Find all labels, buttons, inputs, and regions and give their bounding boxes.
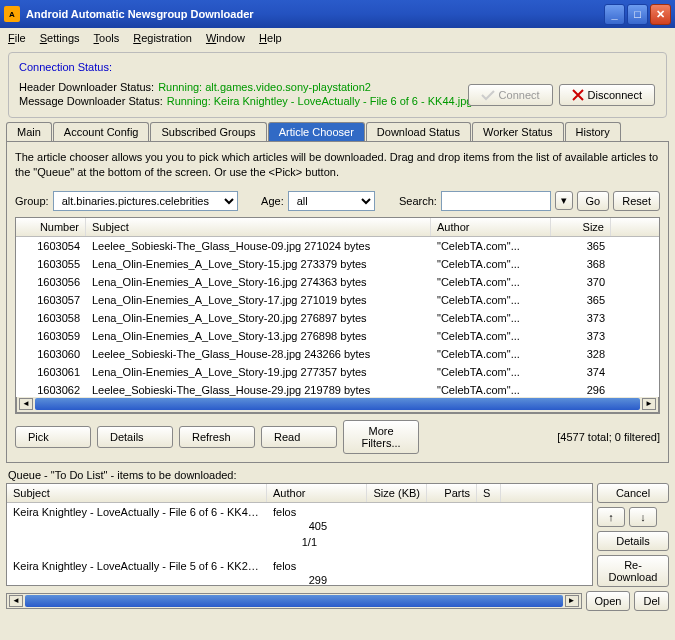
qcol-s[interactable]: S [477, 484, 501, 502]
queue-title: Queue - "To Do List" - items to be downl… [8, 469, 667, 481]
move-up-button[interactable]: ↑ [597, 507, 625, 527]
menu-window[interactable]: Window [206, 32, 245, 44]
table-row[interactable]: 1603056Lena_Olin-Enemies_A_Love_Story-16… [16, 273, 659, 291]
table-row[interactable]: 1603054Leelee_Sobieski-The_Glass_House-0… [16, 237, 659, 255]
col-size[interactable]: Size [551, 218, 611, 236]
scroll-right-icon[interactable]: ► [642, 398, 656, 410]
message-downloader-value: Running: Keira Knightley - LoveActually … [167, 95, 473, 107]
tab-article-chooser[interactable]: Article Chooser [268, 122, 365, 141]
table-row[interactable]: 1603055Lena_Olin-Enemies_A_Love_Story-15… [16, 255, 659, 273]
article-chooser-panel: The article chooser allows you you to pi… [6, 142, 669, 463]
table-row[interactable]: 1603062Leelee_Sobieski-The_Glass_House-2… [16, 381, 659, 397]
move-down-button[interactable]: ↓ [629, 507, 657, 527]
table-row[interactable]: 1603060Leelee_Sobieski-The_Glass_House-2… [16, 345, 659, 363]
scroll-right-icon[interactable]: ► [565, 595, 579, 607]
help-text: The article chooser allows you you to pi… [15, 150, 660, 181]
scroll-left-icon[interactable]: ◄ [9, 595, 23, 607]
scroll-left-icon[interactable]: ◄ [19, 398, 33, 410]
close-button[interactable]: ✕ [650, 4, 671, 25]
maximize-button[interactable]: □ [627, 4, 648, 25]
col-number[interactable]: Number [16, 218, 86, 236]
menu-registration[interactable]: Registration [133, 32, 192, 44]
go-button[interactable]: Go [577, 191, 610, 211]
connect-button[interactable]: Connect [468, 84, 553, 106]
x-icon [572, 89, 584, 101]
menu-tools[interactable]: Tools [94, 32, 120, 44]
details-button[interactable]: Details [97, 426, 173, 448]
qcol-subject[interactable]: Subject [7, 484, 267, 502]
search-label: Search: [399, 195, 437, 207]
connection-status-title: Connection Status: [19, 61, 656, 73]
table-row[interactable]: 1603061Lena_Olin-Enemies_A_Love_Story-19… [16, 363, 659, 381]
redownload-button[interactable]: Re-Download [597, 555, 669, 587]
queue-table: Subject Author Size (KB) Parts S Keira K… [6, 483, 593, 586]
tab-account-config[interactable]: Account Config [53, 122, 150, 141]
group-label: Group: [15, 195, 49, 207]
read-button[interactable]: Read [261, 426, 337, 448]
col-subject[interactable]: Subject [86, 218, 431, 236]
menubar: File Settings Tools Registration Window … [0, 28, 675, 48]
menu-file[interactable]: File [8, 32, 26, 44]
header-downloader-label: Header Downloader Status: [19, 81, 154, 93]
tab-worker-status[interactable]: Worker Status [472, 122, 564, 141]
tab-download-status[interactable]: Download Status [366, 122, 471, 141]
refresh-button[interactable]: Refresh [179, 426, 255, 448]
search-input[interactable] [441, 191, 551, 211]
tab-subscribed-groups[interactable]: Subscribed Groups [150, 122, 266, 141]
table-row[interactable]: 1603059Lena_Olin-Enemies_A_Love_Story-13… [16, 327, 659, 345]
pick-button[interactable]: Pick [15, 426, 91, 448]
minimize-button[interactable]: _ [604, 4, 625, 25]
del-button[interactable]: Del [634, 591, 669, 611]
qcol-size[interactable]: Size (KB) [367, 484, 427, 502]
qcol-parts[interactable]: Parts [427, 484, 477, 502]
tabs: MainAccount ConfigSubscribed GroupsArtic… [6, 122, 669, 142]
message-downloader-label: Message Downloader Status: [19, 95, 163, 107]
col-author[interactable]: Author [431, 218, 551, 236]
qcol-author[interactable]: Author [267, 484, 367, 502]
articles-hscrollbar[interactable]: ◄ ► [16, 397, 659, 413]
reset-button[interactable]: Reset [613, 191, 660, 211]
menu-help[interactable]: Help [259, 32, 282, 44]
cancel-button[interactable]: Cancel [597, 483, 669, 503]
table-row[interactable]: 1603057Lena_Olin-Enemies_A_Love_Story-17… [16, 291, 659, 309]
window-title: Android Automatic Newsgroup Downloader [26, 8, 604, 20]
open-button[interactable]: Open [586, 591, 631, 611]
articles-table: Number Subject Author Size 1603054Leelee… [15, 217, 660, 414]
more-filters--button[interactable]: More Filters... [343, 420, 419, 454]
tab-main[interactable]: Main [6, 122, 52, 141]
titlebar: A Android Automatic Newsgroup Downloader… [0, 0, 675, 28]
total-filtered-text: [4577 total; 0 filtered] [557, 431, 660, 443]
check-icon [481, 89, 495, 101]
app-icon: A [4, 6, 20, 22]
age-combo[interactable]: all [288, 191, 376, 211]
list-item[interactable]: Keira Knightley - LoveActually - File 6 … [7, 503, 592, 557]
queue-hscrollbar[interactable]: ◄ ► [6, 593, 582, 609]
list-item[interactable]: Keira Knightley - LoveActually - File 5 … [7, 557, 592, 585]
queue-details-button[interactable]: Details [597, 531, 669, 551]
tab-history[interactable]: History [565, 122, 621, 141]
disconnect-button[interactable]: Disconnect [559, 84, 655, 106]
group-combo[interactable]: alt.binaries.pictures.celebrities [53, 191, 238, 211]
menu-settings[interactable]: Settings [40, 32, 80, 44]
table-row[interactable]: 1603058Lena_Olin-Enemies_A_Love_Story-20… [16, 309, 659, 327]
header-downloader-value: Running: alt.games.video.sony-playstatio… [158, 81, 371, 93]
search-dropdown-button[interactable]: ▾ [555, 191, 573, 210]
age-label: Age: [261, 195, 284, 207]
